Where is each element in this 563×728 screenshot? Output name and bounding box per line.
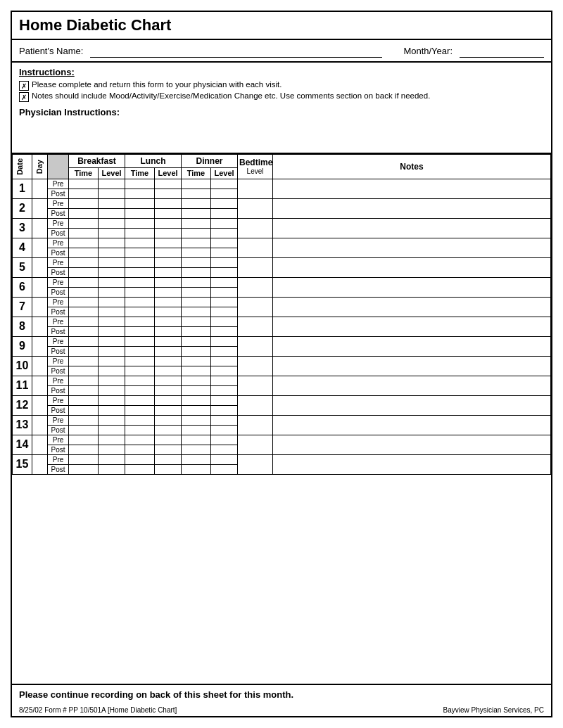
lunch-time-input[interactable] [125,317,155,326]
notes-input[interactable] [273,238,551,257]
lunch-time-input[interactable] [125,238,155,248]
dinner-time-post-input[interactable] [182,385,211,395]
notes-input[interactable] [273,415,551,435]
dinner-level-input[interactable] [211,336,238,346]
day-cell[interactable] [32,454,48,474]
lunch-level-post-input[interactable] [155,267,182,277]
bedtime-level-input[interactable] [238,297,273,317]
breakfast-level-input[interactable] [99,336,125,346]
dinner-time-input[interactable] [182,454,211,464]
breakfast-time-post-input[interactable] [69,464,99,474]
dinner-level-post-input[interactable] [211,346,238,356]
day-cell[interactable] [32,356,48,376]
notes-input[interactable] [273,435,551,454]
lunch-level-input[interactable] [155,257,182,267]
lunch-time-post-input[interactable] [125,287,155,297]
breakfast-level-post-input[interactable] [99,248,125,257]
breakfast-level-post-input[interactable] [99,208,125,218]
breakfast-time-input[interactable] [69,356,99,366]
breakfast-level-post-input[interactable] [99,287,125,297]
dinner-time-input[interactable] [182,257,211,267]
lunch-time-post-input[interactable] [125,445,155,454]
dinner-level-input[interactable] [211,218,238,228]
dinner-level-input[interactable] [211,454,238,464]
bedtime-level-input[interactable] [238,454,273,474]
day-cell[interactable] [32,336,48,356]
lunch-level-input[interactable] [155,218,182,228]
breakfast-level-post-input[interactable] [99,464,125,474]
dinner-level-post-input[interactable] [211,208,238,218]
lunch-time-post-input[interactable] [125,464,155,474]
dinner-level-post-input[interactable] [211,464,238,474]
dinner-time-input[interactable] [182,376,211,385]
breakfast-level-input[interactable] [99,238,125,248]
lunch-level-input[interactable] [155,198,182,208]
dinner-level-input[interactable] [211,317,238,326]
day-cell[interactable] [32,297,48,317]
dinner-level-input[interactable] [211,356,238,366]
breakfast-level-post-input[interactable] [99,228,125,238]
breakfast-time-post-input[interactable] [69,346,99,356]
lunch-level-post-input[interactable] [155,405,182,415]
lunch-level-input[interactable] [155,179,182,189]
dinner-time-input[interactable] [182,179,211,189]
breakfast-level-post-input[interactable] [99,189,125,198]
bedtime-level-input[interactable] [238,218,273,238]
lunch-time-post-input[interactable] [125,208,155,218]
dinner-level-post-input[interactable] [211,385,238,395]
bedtime-level-input[interactable] [238,238,273,257]
day-cell[interactable] [32,257,48,277]
day-cell[interactable] [32,238,48,257]
breakfast-time-input[interactable] [69,376,99,385]
breakfast-level-input[interactable] [99,415,125,425]
lunch-level-input[interactable] [155,356,182,366]
dinner-level-post-input[interactable] [211,405,238,415]
lunch-time-input[interactable] [125,395,155,405]
dinner-level-input[interactable] [211,415,238,425]
lunch-level-input[interactable] [155,376,182,385]
lunch-level-post-input[interactable] [155,228,182,238]
dinner-time-post-input[interactable] [182,248,211,257]
dinner-time-input[interactable] [182,336,211,346]
bedtime-level-input[interactable] [238,395,273,415]
dinner-time-post-input[interactable] [182,445,211,454]
lunch-level-input[interactable] [155,277,182,287]
lunch-level-post-input[interactable] [155,425,182,435]
breakfast-time-input[interactable] [69,395,99,405]
lunch-level-input[interactable] [155,297,182,307]
dinner-level-post-input[interactable] [211,287,238,297]
bedtime-level-input[interactable] [238,336,273,356]
lunch-level-post-input[interactable] [155,326,182,336]
dinner-level-input[interactable] [211,376,238,385]
dinner-level-post-input[interactable] [211,248,238,257]
breakfast-level-input[interactable] [99,297,125,307]
dinner-time-post-input[interactable] [182,405,211,415]
breakfast-time-input[interactable] [69,238,99,248]
breakfast-time-input[interactable] [69,336,99,346]
notes-input[interactable] [273,297,551,317]
notes-input[interactable] [273,179,551,198]
breakfast-level-input[interactable] [99,179,125,189]
breakfast-level-input[interactable] [99,356,125,366]
dinner-level-post-input[interactable] [211,366,238,376]
bedtime-level-input[interactable] [238,376,273,395]
dinner-level-input[interactable] [211,238,238,248]
lunch-time-input[interactable] [125,435,155,445]
bedtime-level-input[interactable] [238,356,273,376]
dinner-level-post-input[interactable] [211,425,238,435]
lunch-level-post-input[interactable] [155,385,182,395]
day-cell[interactable] [32,376,48,395]
dinner-time-input[interactable] [182,317,211,326]
lunch-level-input[interactable] [155,317,182,326]
breakfast-level-input[interactable] [99,376,125,385]
dinner-time-post-input[interactable] [182,228,211,238]
lunch-level-post-input[interactable] [155,208,182,218]
bedtime-level-input[interactable] [238,198,273,218]
breakfast-time-input[interactable] [69,198,99,208]
lunch-time-post-input[interactable] [125,189,155,198]
notes-input[interactable] [273,257,551,277]
bedtime-level-input[interactable] [238,317,273,336]
breakfast-level-input[interactable] [99,395,125,405]
breakfast-time-post-input[interactable] [69,425,99,435]
dinner-time-post-input[interactable] [182,189,211,198]
